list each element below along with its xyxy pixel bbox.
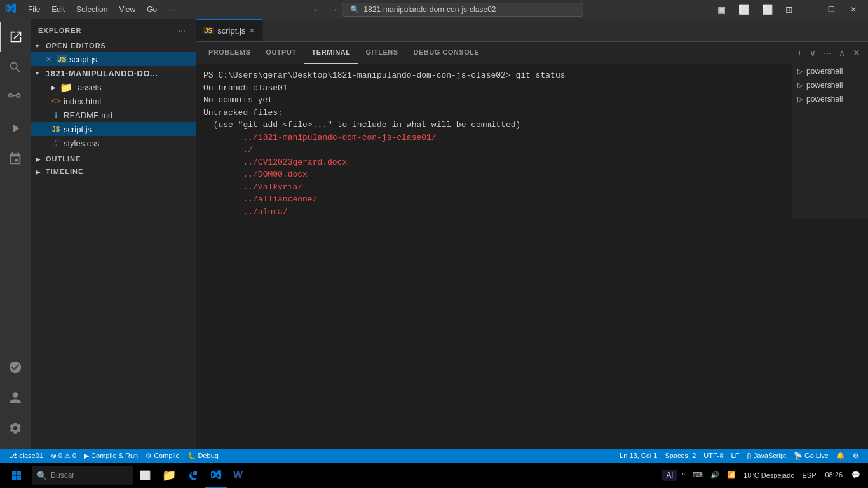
activity-source-control[interactable] [0, 83, 31, 113]
layout-icon-4[interactable]: ⊞ [780, 2, 798, 17]
tree-index-html[interactable]: <> index.html [31, 94, 196, 108]
outline-arrow: ▶ [36, 156, 43, 163]
language-label: JavaScript [754, 452, 786, 459]
layout-icon-3[interactable]: ⬜ [757, 2, 778, 17]
open-editors-label: OPEN EDITORS [46, 42, 106, 50]
taskbar-tray-up[interactable]: ^ [679, 470, 688, 480]
panel-more-icon[interactable]: ··· [821, 46, 834, 59]
project-name: 1821-MANIPULANDO-DO... [46, 69, 158, 78]
search-bar[interactable]: 🔍 1821-manipulando-dom-con-js-clase02 [342, 3, 583, 17]
taskbar-ai-label[interactable]: Ai [662, 470, 677, 481]
taskbar-clock[interactable]: 08:26 [821, 469, 846, 481]
tree-styles-css[interactable]: # styles.css [31, 136, 196, 150]
activity-explorer[interactable] [0, 22, 31, 52]
taskbar-keyboard-icon[interactable]: ⌨ [690, 470, 705, 480]
panel-chevron-down-icon[interactable]: ∨ [807, 46, 818, 59]
language-status[interactable]: {} JavaScript [743, 449, 790, 463]
run-icon: ▶ [84, 452, 89, 460]
tab-script-js[interactable]: JS script.js ✕ [196, 19, 263, 41]
menu-more[interactable]: ··· [163, 3, 180, 17]
bell-icon: 🔔 [836, 452, 845, 460]
nav-forward-icon[interactable]: → [325, 2, 342, 17]
panel-collapse-icon[interactable]: ∧ [836, 46, 848, 59]
eol-status[interactable]: LF [728, 449, 743, 463]
taskbar-notification-icon[interactable]: 💬 [849, 470, 863, 480]
titlebar-menu: File Edit Selection View Go ··· [23, 3, 180, 17]
taskbar-weather[interactable]: 18°C Despejado [741, 470, 797, 480]
nav-back-icon[interactable]: ← [309, 2, 325, 17]
panel-tab-problems[interactable]: PROBLEMS [201, 42, 258, 64]
timeline-section[interactable]: ▶ TIMELINE [31, 165, 196, 178]
open-editor-script-js[interactable]: ✕ JS script.js [31, 52, 196, 66]
folder-icon: 📁 [60, 81, 72, 93]
panel-tab-gitlens[interactable]: GITLENS [358, 42, 405, 64]
close-button[interactable]: ✕ [844, 3, 863, 17]
taskbar-lang[interactable]: ESP [799, 470, 818, 480]
powershell-item-2[interactable]: ▷ powershell [792, 78, 868, 92]
tree-script-js[interactable]: JS script.js [31, 122, 196, 136]
taskbar-volume-icon[interactable]: 🔊 [708, 470, 722, 480]
compile-label: Compile [154, 452, 179, 459]
powershell-list: ▷ powershell ▷ powershell ▷ powershell [792, 64, 868, 219]
terminal-line: ../allianceone/ [203, 193, 784, 206]
menu-file[interactable]: File [23, 3, 45, 17]
open-editors-section[interactable]: ▾ OPEN EDITORS [31, 39, 196, 52]
encoding-status[interactable]: UTF-8 [700, 449, 727, 463]
taskbar-vscode[interactable] [205, 463, 227, 488]
taskbar-start-button[interactable] [3, 463, 31, 488]
activity-run[interactable] [0, 113, 31, 144]
layout-icon-2[interactable]: ⬜ [733, 2, 754, 17]
sidebar-more-button[interactable]: ··· [175, 24, 188, 37]
taskbar-task-view[interactable]: ⬜ [135, 463, 156, 488]
activity-bottom [0, 352, 31, 449]
powershell-item-1[interactable]: ▷ powershell [792, 64, 868, 78]
git-branch-status[interactable]: ⎇ clase01 [5, 449, 47, 463]
panel-close-icon[interactable]: ✕ [850, 46, 863, 59]
minimize-button[interactable]: ─ [801, 3, 819, 17]
taskbar-word[interactable]: W [228, 463, 248, 488]
activity-remote[interactable] [0, 352, 31, 383]
menu-edit[interactable]: Edit [46, 3, 70, 17]
activity-search[interactable] [0, 52, 31, 83]
menu-selection[interactable]: Selection [71, 3, 112, 17]
spaces-status[interactable]: Spaces: 2 [661, 449, 700, 463]
activity-extensions[interactable] [0, 144, 31, 174]
settings-status[interactable]: ⚙ [849, 449, 863, 463]
powershell-item-3[interactable]: ▷ powershell [792, 92, 868, 106]
menu-view[interactable]: View [114, 3, 140, 17]
svg-rect-2 [12, 476, 17, 480]
panel-tab-terminal[interactable]: TERMINAL [304, 42, 358, 64]
panel-tab-output[interactable]: OUTPUT [258, 42, 304, 64]
close-editor-icon[interactable]: ✕ [46, 55, 51, 64]
activity-settings[interactable] [0, 413, 31, 444]
panel-tab-debug-console[interactable]: DEBUG CONSOLE [406, 42, 487, 64]
golive-status[interactable]: 📡 Go Live [790, 449, 832, 463]
debug-label: Debug [198, 452, 219, 459]
project-folder[interactable]: ▾ 1821-MANIPULANDO-DO... [31, 66, 196, 80]
panel-tabs: PROBLEMS OUTPUT TERMINAL GITLENS DEBUG C… [196, 42, 868, 64]
taskbar-search[interactable]: 🔍 Buscar [32, 466, 133, 485]
ps-arrow-icon-3: ▷ [797, 95, 803, 104]
tree-assets-folder[interactable]: ▶ 📁 assets [31, 80, 196, 94]
tab-close-icon[interactable]: ✕ [249, 27, 255, 35]
outline-section[interactable]: ▶ OUTLINE [31, 152, 196, 165]
tree-index-name: index.html [64, 97, 101, 106]
css-file-icon: # [51, 139, 61, 147]
panel-add-icon[interactable]: + [794, 46, 804, 59]
ln-col-status[interactable]: Ln 13, Col 1 [616, 449, 661, 463]
bell-status[interactable]: 🔔 [832, 449, 849, 463]
compile-status[interactable]: ⚙ Compile [142, 449, 183, 463]
taskbar-file-explorer[interactable]: 📁 [157, 463, 181, 488]
compile-run-status[interactable]: ▶ Compile & Run [80, 449, 142, 463]
activity-account[interactable] [0, 383, 31, 413]
taskbar-edge[interactable] [182, 463, 204, 488]
layout-icon-1[interactable]: ▣ [712, 2, 731, 17]
terminal-content[interactable]: PS C:\Users\gerar\Desktop\1821-manipulan… [196, 64, 792, 219]
search-text: 1821-manipulando-dom-con-js-clase02 [363, 5, 496, 14]
tree-readme[interactable]: ℹ README.md [31, 108, 196, 122]
debug-status[interactable]: 🐛 Debug [184, 449, 222, 463]
restore-button[interactable]: ❐ [822, 3, 841, 17]
taskbar-network-icon[interactable]: 📶 [724, 470, 738, 480]
menu-go[interactable]: Go [142, 3, 162, 17]
errors-status[interactable]: ⊗ 0 ⚠ 0 [47, 449, 80, 463]
